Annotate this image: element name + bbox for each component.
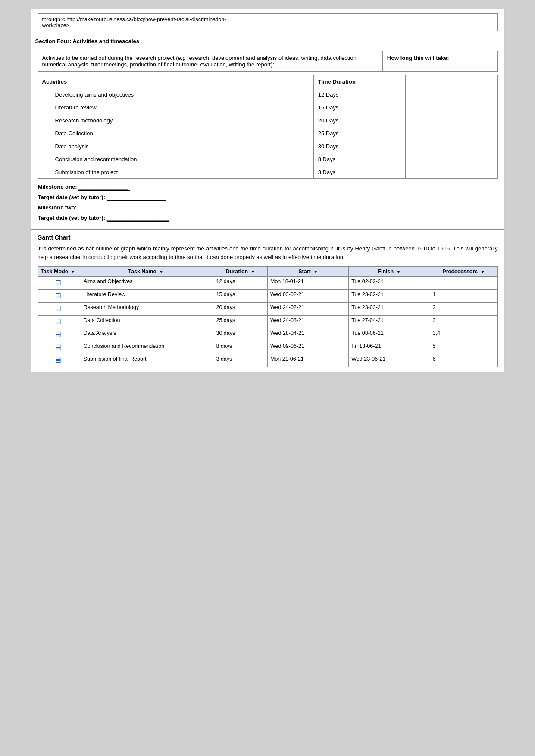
gantt-header-finish[interactable]: Finish ▼ [349, 267, 430, 277]
gantt-header-duration[interactable]: Duration ▼ [213, 267, 268, 277]
gantt-header-task-mode[interactable]: Task Mode ▼ [38, 267, 78, 277]
page: through:< http://makeitourbusiness.ca/bl… [31, 9, 505, 372]
finish-sort-icon[interactable]: ▼ [397, 269, 401, 274]
gantt-finish-cell: Tue 02-02-21 [349, 277, 430, 290]
activity-name: Conclusion and recommendation [38, 153, 313, 166]
activities-row: Research methodology 20 Days [38, 114, 497, 127]
gantt-duration-cell: 8 days [213, 341, 268, 354]
gantt-duration-cell: 30 days [213, 328, 268, 341]
gantt-row: 🖥 Research Methodology 20 days Wed 24-02… [38, 303, 497, 316]
gantt-row: 🖥 Conclusion and Recommendetion 8 days W… [38, 341, 497, 354]
gantt-duration-cell: 20 days [213, 303, 268, 316]
gantt-start-cell: Wed 28-04-21 [267, 328, 348, 341]
activity-name: Developing aims and objectives [38, 88, 313, 101]
activity-extra [406, 166, 497, 179]
gantt-duration-cell: 25 days [213, 316, 268, 328]
gantt-finish-cell: Fri 18-06-21 [349, 341, 430, 354]
task-name-sort-icon[interactable]: ▼ [159, 269, 163, 274]
top-link-box: through:< http://makeitourbusiness.ca/bl… [38, 13, 498, 31]
activity-name: Research methodology [38, 114, 313, 127]
gantt-start-cell: Wed 24-02-21 [267, 303, 348, 316]
activities-row: Data Collection 25 Days [38, 127, 497, 140]
gantt-task-name-cell: Conclusion and Recommendetion [78, 341, 213, 354]
gantt-row: 🖥 Aims and Objectives 12 days Mon 18-01-… [38, 277, 497, 290]
col-header-empty [406, 75, 497, 88]
task-mode-sort-icon[interactable]: ▼ [71, 269, 75, 274]
gantt-task-name-cell: Data Collection [78, 316, 213, 328]
gantt-predecessors-cell [430, 277, 497, 290]
pred-sort-icon[interactable]: ▼ [481, 269, 485, 274]
gantt-start-cell: Mon 21-06-21 [267, 354, 348, 367]
gantt-start-cell: Wed 09-06-21 [267, 341, 348, 354]
gantt-duration-cell: 15 days [213, 290, 268, 303]
gantt-task-name-cell: Aims and Objectives [78, 277, 213, 290]
gantt-task-mode-cell: 🖥 [38, 290, 78, 303]
activity-extra [406, 140, 497, 153]
gantt-header-task-name[interactable]: Task Name ▼ [78, 267, 213, 277]
top-link-text2: workplace>. [42, 22, 71, 28]
activity-duration: 12 Days [313, 88, 405, 101]
task-mode-icon: 🖥 [54, 343, 62, 352]
duration-sort-icon[interactable]: ▼ [251, 269, 255, 274]
gantt-finish-cell: Wed 23-06-21 [349, 354, 430, 367]
gantt-table: Task Mode ▼ Task Name ▼ Duration ▼ Start… [38, 266, 498, 367]
activity-name: Data Collection [38, 127, 313, 140]
gantt-task-name-cell: Literature Review [78, 290, 213, 303]
gantt-task-mode-cell: 🖥 [38, 341, 78, 354]
activity-duration: 25 Days [313, 127, 405, 140]
activity-extra [406, 153, 497, 166]
activity-name: Literature review [38, 101, 313, 114]
gantt-duration-cell: 3 days [213, 354, 268, 367]
gantt-task-mode-cell: 🖥 [38, 303, 78, 316]
gantt-duration-cell: 12 days [213, 277, 268, 290]
milestones-section: Milestone one: ________________ Target d… [31, 179, 504, 230]
gantt-header-start[interactable]: Start ▼ [267, 267, 348, 277]
target-one-line: Target date (set by tutor): ____________… [38, 194, 497, 201]
gantt-task-name-cell: Submission of final Report [78, 354, 213, 367]
gantt-task-name-cell: Research Methodology [78, 303, 213, 316]
gantt-predecessors-cell: 3,4 [430, 328, 497, 341]
gantt-finish-cell: Tue 27-04-21 [349, 316, 430, 328]
section-four-header: Section Four: Activities and timescales [31, 36, 504, 47]
activity-extra [406, 101, 497, 114]
milestone-two-line: Milestone two: _____________________ [38, 204, 497, 211]
task-mode-icon: 🖥 [54, 278, 62, 287]
gantt-start-cell: Wed 03-02-21 [267, 290, 348, 303]
gantt-predecessors-cell: 2 [430, 303, 497, 316]
gantt-title: Gantt Chart [38, 234, 498, 241]
activity-duration: 15 Days [313, 101, 405, 114]
activity-extra [406, 127, 497, 140]
col-header-activities: Activities [38, 75, 313, 88]
gantt-start-cell: Mon 18-01-21 [267, 277, 348, 290]
gantt-start-cell: Wed 24-03-21 [267, 316, 348, 328]
activities-row: Data analysis 30 Days [38, 140, 497, 153]
task-mode-icon: 🖥 [54, 330, 62, 339]
milestone-one-line: Milestone one: ________________ [38, 184, 497, 191]
gantt-task-mode-cell: 🖥 [38, 354, 78, 367]
task-mode-icon: 🖥 [54, 291, 62, 300]
task-mode-icon: 🖥 [54, 356, 62, 365]
activities-data-table: Activities Time Duration Developing aims… [38, 75, 498, 179]
activities-row: Conclusion and recommendation 8 Days [38, 153, 497, 166]
gantt-header-predecessors[interactable]: Predecessors ▼ [430, 267, 497, 277]
gantt-finish-cell: Tue 23-02-21 [349, 290, 430, 303]
activity-duration: 3 Days [313, 166, 405, 179]
activity-extra [406, 88, 497, 101]
gantt-row: 🖥 Literature Review 15 days Wed 03-02-21… [38, 290, 497, 303]
start-sort-icon[interactable]: ▼ [313, 269, 318, 274]
activity-name: Submission of the project [38, 166, 313, 179]
activities-row: Developing aims and objectives 12 Days [38, 88, 497, 101]
activity-duration: 8 Days [313, 153, 405, 166]
gantt-predecessors-cell: 6 [430, 354, 497, 367]
task-mode-icon: 🖥 [54, 304, 62, 313]
gantt-task-name-cell: Data Analysis [78, 328, 213, 341]
activities-row: Literature review 15 Days [38, 101, 497, 114]
gantt-row: 🖥 Data Analysis 30 days Wed 28-04-21 Tue… [38, 328, 497, 341]
activities-row: Submission of the project 3 Days [38, 166, 497, 179]
target-two-line: Target date (set by tutor): ____________… [38, 215, 497, 222]
gantt-task-mode-cell: 🖥 [38, 316, 78, 328]
task-mode-icon: 🖥 [54, 317, 62, 326]
activity-name: Data analysis [38, 140, 313, 153]
gantt-row: 🖥 Submission of final Report 3 days Mon … [38, 354, 497, 367]
top-link-text: through:< http://makeitourbusiness.ca/bl… [42, 16, 226, 22]
